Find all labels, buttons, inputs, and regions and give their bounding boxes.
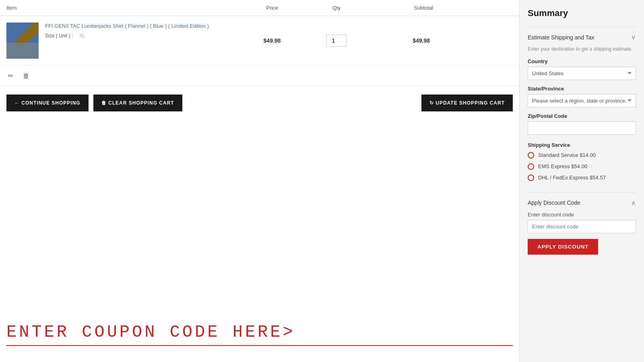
summary-sidebar: Summary Estimate Shipping and Tax ∨ Ente… bbox=[519, 0, 644, 362]
update-cart-button[interactable]: ↻ UPDATE SHOPPING CART bbox=[421, 95, 513, 111]
zip-label: Zip/Postal Code bbox=[528, 113, 636, 119]
zip-input[interactable] bbox=[528, 121, 636, 135]
item-thumbnail bbox=[6, 23, 39, 59]
chevron-down-icon: ∨ bbox=[631, 33, 636, 41]
state-select[interactable]: Please select a region, state or provinc… bbox=[528, 94, 636, 107]
qty-input[interactable] bbox=[326, 35, 347, 47]
item-subtotal: $49.98 bbox=[369, 37, 433, 44]
discount-code-input[interactable] bbox=[528, 220, 636, 233]
coupon-section: ENTER COUPON CODE HERE> bbox=[0, 119, 519, 362]
discount-header[interactable]: Apply Discount Code ∧ bbox=[528, 199, 636, 207]
chevron-up-icon: ∧ bbox=[631, 199, 636, 207]
header-qty: Qty bbox=[304, 5, 369, 11]
item-cell: FFI GEN3 TAC Lumberjacks Shirt ( Flannel… bbox=[6, 23, 240, 59]
state-label: State/Province bbox=[528, 86, 636, 92]
size-value: XL bbox=[79, 33, 85, 39]
item-action-icons: ✏ 🗑 bbox=[0, 66, 519, 86]
country-label: Country bbox=[528, 58, 636, 64]
shirt-image bbox=[6, 23, 39, 59]
estimate-shipping-header[interactable]: Estimate Shipping and Tax ∨ bbox=[528, 33, 636, 41]
item-size-row: Size ( Unit ) : XL bbox=[45, 33, 240, 39]
discount-label: Apply Discount Code bbox=[528, 200, 580, 206]
shipping-service-label: Shipping Service bbox=[528, 142, 636, 148]
item-details: FFI GEN3 TAC Lumberjacks Shirt ( Flannel… bbox=[45, 23, 240, 39]
cart-bottom-buttons: ← CONTINUE SHOPPING 🗑 CLEAR SHOPPING CAR… bbox=[0, 86, 519, 119]
discount-body: Enter discount code APPLY DISCOUNT bbox=[528, 207, 636, 255]
country-select[interactable]: United States Canada United Kingdom Aust… bbox=[528, 67, 636, 80]
header-item: Item bbox=[6, 5, 240, 11]
clear-cart-button[interactable]: 🗑 CLEAR SHOPPING CART bbox=[93, 95, 182, 111]
estimate-shipping-section: Estimate Shipping and Tax ∨ Enter your d… bbox=[528, 27, 636, 192]
apply-discount-button[interactable]: APPLY DISCOUNT bbox=[528, 239, 598, 255]
radio-ems[interactable] bbox=[528, 163, 534, 170]
delete-item-button[interactable]: 🗑 bbox=[21, 70, 31, 81]
item-name: FFI GEN3 TAC Lumberjacks Shirt ( Flannel… bbox=[45, 23, 240, 30]
shipping-standard-label: Standard Service $14.00 bbox=[538, 152, 596, 158]
sidebar-title: Summary bbox=[528, 8, 636, 19]
radio-dhl[interactable] bbox=[528, 175, 534, 181]
header-subtotal: Subtotal bbox=[369, 5, 433, 11]
discount-section: Apply Discount Code ∧ Enter discount cod… bbox=[528, 192, 636, 261]
shipping-option-standard[interactable]: Standard Service $14.00 bbox=[528, 152, 636, 158]
estimate-shipping-label: Estimate Shipping and Tax bbox=[528, 34, 594, 41]
shipping-ems-label: EMS Express $54.00 bbox=[538, 163, 587, 169]
estimate-shipping-body: Enter your destination to get a shipping… bbox=[528, 41, 636, 181]
radio-standard[interactable] bbox=[528, 152, 534, 158]
cart-row: FFI GEN3 TAC Lumberjacks Shirt ( Flannel… bbox=[0, 16, 519, 66]
shipping-option-dhl[interactable]: DHL / FedEx Express $54.57 bbox=[528, 175, 636, 181]
header-price: Price bbox=[240, 5, 304, 11]
edit-item-button[interactable]: ✏ bbox=[6, 70, 15, 81]
shipping-option-ems[interactable]: EMS Express $54.00 bbox=[528, 163, 636, 170]
size-label: Size ( Unit ) : bbox=[45, 33, 73, 39]
cart-table-header: Item Price Qty Subtotal bbox=[0, 0, 519, 16]
item-price: $49.98 bbox=[240, 37, 304, 44]
shipping-dhl-label: DHL / FedEx Express $54.57 bbox=[538, 175, 606, 181]
item-qty-cell bbox=[304, 35, 369, 47]
main-content: Item Price Qty Subtotal FFI GEN3 TAC Lum… bbox=[0, 0, 519, 362]
coupon-placeholder-text[interactable]: ENTER COUPON CODE HERE> bbox=[6, 323, 513, 346]
shipping-description: Enter your destination to get a shipping… bbox=[528, 46, 636, 53]
discount-code-label: Enter discount code bbox=[528, 212, 636, 218]
continue-shopping-button[interactable]: ← CONTINUE SHOPPING bbox=[6, 95, 89, 111]
